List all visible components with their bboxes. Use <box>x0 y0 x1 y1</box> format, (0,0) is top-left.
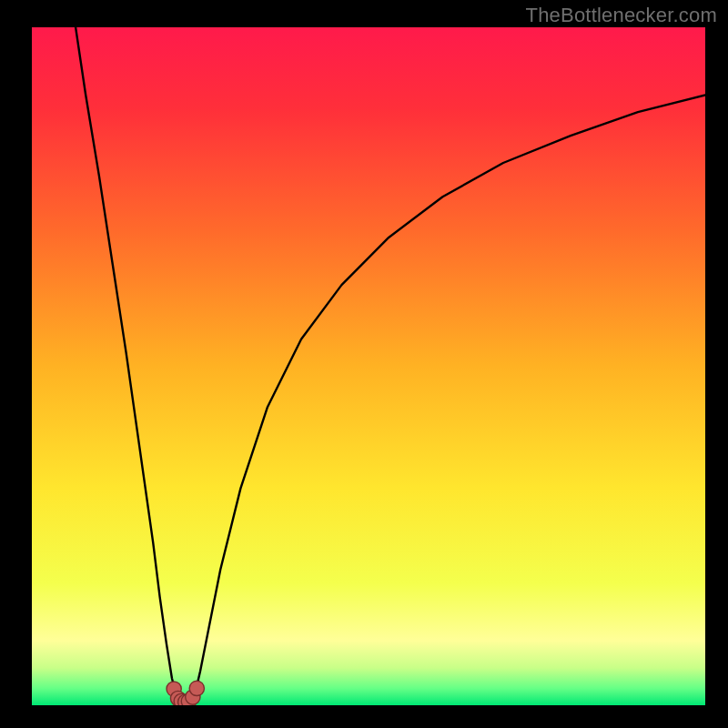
gradient-background <box>32 27 705 705</box>
plot-area <box>32 27 705 705</box>
chart-svg <box>32 27 705 705</box>
valley-marker <box>189 681 204 695</box>
watermark-text: TheBottlenecker.com <box>526 4 717 27</box>
outer-frame: TheBottlenecker.com <box>0 0 728 728</box>
